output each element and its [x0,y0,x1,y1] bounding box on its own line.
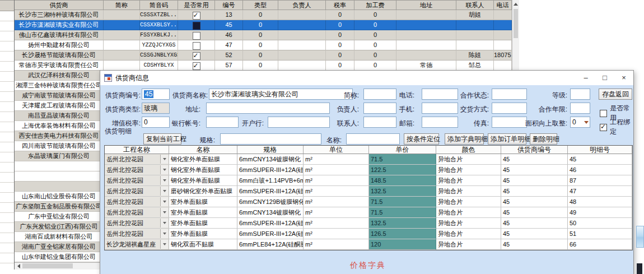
list-item[interactable] [15,161,104,171]
list-item[interactable]: 山东华建铝业集团有限公司 [15,252,104,262]
scroll-left-icon[interactable] [15,263,22,270]
detail-cell[interactable]: 50 [568,218,632,229]
detail-cell[interactable]: 异地合片 [436,239,501,250]
detail-cell[interactable]: 6mmSUPER-III+12A(硅... [237,229,304,239]
table-row[interactable]: 岳州北控花园室外单面贴膜6mmCNY129B镀膜钢化m²71.5异地合片4548 [105,197,632,207]
table-row[interactable]: 长沙龙湖祺鑫星座钢化双面不贴膜6mmPLE84+12A(硅酮胶...m²120异… [105,239,632,250]
save-return-button[interactable]: 存盘返回 [599,89,632,100]
detail-column-header[interactable]: 规格 [237,146,304,154]
detail-cell[interactable]: 45 [501,154,568,165]
list-item[interactable]: 广东兴发铝业(江西)有限公司 [15,222,104,232]
detail-cell[interactable]: 45 [501,165,568,175]
list-item[interactable]: 南昌亚晶玻璃有限公司 [15,111,104,121]
chevron-down-icon[interactable] [160,240,168,249]
list-item[interactable]: 咸宁南玻节能玻璃有限公司 [15,91,104,101]
chevron-down-icon[interactable] [160,155,168,164]
grid-column-header[interactable]: 负责人 [278,0,326,10]
detail-cell[interactable]: 87 [568,175,632,186]
detail-cell[interactable]: 71.5 [369,154,436,165]
table-row[interactable]: 岳州北控花园室外单面贴膜6mmSUPER-III+12A(硅...m²132.5… [105,218,632,229]
detail-cell[interactable]: 71.5 [369,197,436,207]
chevron-down-icon[interactable] [160,176,168,185]
detail-cell[interactable]: 室外单面贴膜 [169,207,237,218]
detail-cell[interactable]: 钢化室外单面贴膜 [169,165,237,175]
table-row[interactable]: 常德市昊宇玻璃有限责任公司CDSHYBLYX57000常德邹总 [15,61,512,71]
table-row[interactable]: 岳州北控花园室外单面贴膜6mmCNY134镀膜钢化m²71.5异地合片4549 [105,207,632,218]
project-combobox[interactable]: 岳州北控花园 [105,186,169,197]
detail-cell[interactable]: 6mm白玻+1.14PVB+6mm... [237,175,304,186]
detail-cell[interactable]: 6mmCNY134镀膜钢化 [237,154,304,165]
detail-cell[interactable]: 钢化双面不贴膜 [169,239,237,250]
add-dict-detail-button[interactable]: 添加字典明细 [445,133,484,145]
grid-column-header[interactable]: 电话 [494,0,512,10]
supplier-no-field[interactable]: 45 [142,89,170,100]
grid-column-header[interactable]: 编号 [215,0,243,10]
detail-cell[interactable]: 49 [568,207,632,218]
coop-years-field[interactable] [570,103,590,114]
project-combobox[interactable]: 岳州北控花园 [105,165,169,175]
detail-cell[interactable]: 异地合片 [436,175,501,186]
minimize-button[interactable]: – [576,71,595,85]
project-bind-checkbox[interactable] [600,124,607,131]
detail-column-header[interactable]: 供货商编号 [501,146,568,154]
detail-cell[interactable]: 126.5 [369,229,436,239]
common-checkbox[interactable] [600,110,607,117]
common-checkbox[interactable] [193,32,200,40]
list-item[interactable]: 湘潭三金特种玻璃有限责任公司 [15,81,104,91]
detail-cell[interactable]: 室外单面贴膜 [169,218,237,229]
detail-cell[interactable]: 45 [501,229,568,239]
grid-column-header[interactable]: 联系人 [456,0,494,10]
abbr-field[interactable] [363,89,396,100]
detail-cell[interactable]: 6mmPLE84+12A(硅酮胶... [237,239,304,250]
detail-cell[interactable]: 120 [369,239,436,250]
detail-cell[interactable]: 异地合片 [436,165,501,175]
detail-cell[interactable]: m² [304,186,369,197]
horizontal-scroll-thumb[interactable] [22,263,73,268]
detail-cell[interactable]: m² [304,218,369,229]
contact-field[interactable] [363,117,396,128]
grid-column-header[interactable]: 地址 [396,0,456,10]
detail-cell[interactable]: m² [304,239,369,250]
project-combobox[interactable]: 长沙龙湖祺鑫星座 [105,239,169,250]
project-combobox[interactable]: 岳州北控花园 [105,207,169,218]
project-combobox[interactable]: 岳州北控花园 [105,154,169,165]
list-item[interactable]: 山东南山铝业股份有限公司 [15,192,104,202]
project-combobox[interactable]: 岳州北控花园 [105,218,169,229]
detail-cell[interactable]: m² [304,229,369,239]
detail-cell[interactable]: 45 [501,175,568,186]
common-checkbox[interactable] [193,62,200,70]
delete-detail-button[interactable]: 删除明细 [530,133,557,145]
detail-cell[interactable]: 46 [568,165,632,175]
list-item[interactable] [15,171,104,182]
bind-checkbox-row[interactable]: 工程绑定 [600,118,633,137]
list-item[interactable]: 广东中亚铝业有限公司 [15,212,104,222]
type-field[interactable]: 玻璃 [142,103,170,114]
name-filter-input[interactable] [346,133,400,145]
scroll-up-icon[interactable] [512,0,519,8]
detail-cell[interactable]: 66 [568,239,632,250]
project-combobox[interactable]: 岳州北控花园 [105,229,169,239]
list-item[interactable]: 西安佳吉美电力科技有限公司 [15,131,104,141]
detail-cell[interactable]: 异地合片 [436,207,501,218]
detail-cell[interactable]: 51 [568,229,632,239]
list-item[interactable]: 湖南广亚全铝家居有限公司 [15,242,104,252]
detail-cell[interactable]: 6mmCNY134镀膜钢化 [237,207,304,218]
detail-cell[interactable]: 6mmSUPER-III+12A(硅... [237,218,304,229]
dialog-titlebar[interactable]: 供货商信息 – □ × [100,71,633,85]
grid-column-header[interactable]: 供货商 [15,0,104,10]
detail-cell[interactable]: 磨砂钢化室外单面贴膜 [169,186,237,197]
common-checkbox[interactable] [193,22,200,30]
project-combobox[interactable]: 岳州北控花园 [105,197,169,207]
detail-cell[interactable]: m² [304,207,369,218]
detail-column-header[interactable]: 单位 [304,146,369,154]
common-checkbox[interactable] [193,42,200,50]
chevron-down-icon[interactable] [160,208,168,217]
grade-field[interactable] [570,89,590,100]
grid-column-header[interactable]: 简称 [104,0,140,10]
table-row[interactable]: 岳州北控花园钢化室外单面贴膜6mmSUPER-III+12A(硅...m²122… [105,165,632,175]
table-row[interactable]: 佛山市亿鑫玻璃科技有限公司FSSYXBLKJ...46000 [15,30,512,40]
table-row[interactable]: 扬州中勤建材有限公司YZZQJCYXGS47000 [15,40,512,50]
table-row[interactable]: 岳州北控花园磨砂钢化室外单面贴膜6mmSUPER-III+12A(硅...m²1… [105,186,632,197]
detail-cell[interactable]: 71.5 [369,207,436,218]
detail-cell[interactable]: m² [304,197,369,207]
